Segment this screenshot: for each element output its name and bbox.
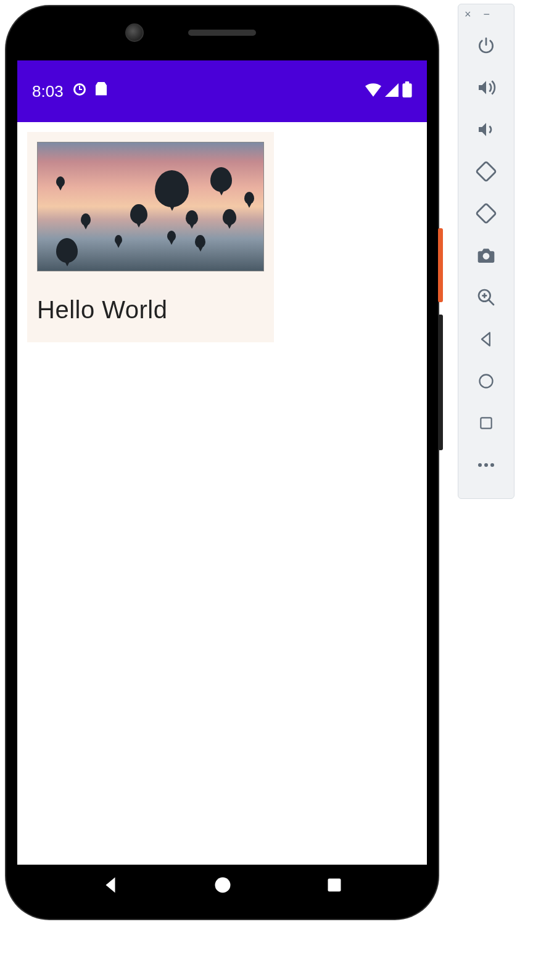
svg-rect-9 xyxy=(476,204,496,223)
volume-down-icon[interactable] xyxy=(458,109,514,150)
svg-point-17 xyxy=(478,463,482,467)
svg-point-10 xyxy=(483,253,490,260)
rotate-left-icon[interactable] xyxy=(458,150,514,192)
svg-rect-5 xyxy=(405,81,410,84)
camera-icon[interactable] xyxy=(458,234,514,276)
svg-point-18 xyxy=(484,463,488,467)
svg-rect-4 xyxy=(402,83,411,97)
nav-back-button[interactable] xyxy=(101,876,120,897)
status-right xyxy=(365,81,412,102)
power-hardware-button[interactable] xyxy=(438,228,443,302)
app-content: Hello World xyxy=(17,122,427,865)
phone-device-frame: 8:03 xyxy=(6,6,438,919)
card-text: Hello World xyxy=(37,296,264,324)
front-camera xyxy=(125,23,144,42)
nav-overview-button[interactable] xyxy=(326,876,343,896)
svg-point-15 xyxy=(480,375,493,388)
status-time: 8:03 xyxy=(32,82,64,101)
battery-icon xyxy=(402,81,412,102)
volume-hardware-button[interactable] xyxy=(438,315,443,450)
android-nav-bar xyxy=(17,865,427,908)
zoom-icon[interactable] xyxy=(458,276,514,318)
window-close-button[interactable]: × xyxy=(465,8,471,21)
overview-icon[interactable] xyxy=(458,402,514,444)
phone-screen: 8:03 xyxy=(17,60,427,865)
rotate-right-icon[interactable] xyxy=(458,192,514,234)
svg-point-19 xyxy=(490,463,494,467)
speaker-slot xyxy=(188,30,256,36)
android-status-bar: 8:03 xyxy=(17,60,427,122)
nav-home-button[interactable] xyxy=(213,876,232,897)
window-minimize-button[interactable]: − xyxy=(484,8,490,21)
svg-rect-8 xyxy=(476,162,496,181)
status-left: 8:03 xyxy=(32,82,108,101)
svg-rect-3 xyxy=(79,89,82,90)
back-icon[interactable] xyxy=(458,318,514,360)
power-icon[interactable] xyxy=(458,25,514,67)
svg-line-12 xyxy=(489,300,494,305)
device-notch xyxy=(17,30,427,36)
sim-icon xyxy=(96,82,108,101)
wifi-icon xyxy=(365,82,381,101)
more-icon[interactable] xyxy=(458,444,514,486)
svg-point-6 xyxy=(215,878,231,893)
svg-rect-7 xyxy=(328,879,341,892)
svg-rect-16 xyxy=(481,418,491,428)
device-inner: 8:03 xyxy=(17,17,427,908)
home-icon[interactable] xyxy=(458,360,514,402)
image-card[interactable]: Hello World xyxy=(27,132,274,342)
emulator-window-controls: × − xyxy=(458,4,514,25)
clock-icon xyxy=(72,82,87,101)
emulator-control-panel: × − xyxy=(458,4,514,499)
volume-up-icon[interactable] xyxy=(458,67,514,109)
card-image xyxy=(37,142,264,271)
signal-icon xyxy=(385,82,399,101)
